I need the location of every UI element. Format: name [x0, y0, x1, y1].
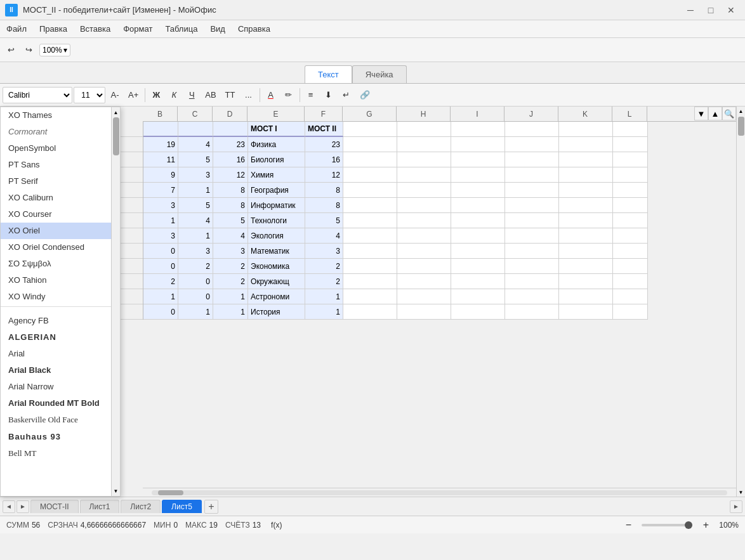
close-button[interactable]: ✕: [722, 3, 740, 17]
cell-g-9[interactable]: [343, 259, 397, 274]
cell-e-7[interactable]: Экология: [248, 228, 305, 244]
cell-e-header[interactable]: МОСТ I: [248, 122, 305, 137]
formula-icon[interactable]: f(x): [271, 521, 282, 530]
cell-h-2[interactable]: [397, 152, 451, 167]
cell-h-5[interactable]: [397, 198, 451, 213]
cell-f-8[interactable]: 3: [305, 244, 343, 259]
cell-c-header[interactable]: [178, 122, 213, 137]
valign-button[interactable]: ⬇: [320, 87, 337, 103]
cell-h-7[interactable]: [397, 228, 451, 244]
cell-e-8[interactable]: Математик: [248, 244, 305, 259]
cell-b-10[interactable]: 2: [143, 274, 178, 289]
cell-c-11[interactable]: 0: [178, 289, 213, 304]
scroll-down-icon[interactable]: ▼: [737, 488, 745, 497]
cell-f-12[interactable]: 1: [305, 304, 343, 320]
font-selector[interactable]: Calibri: [3, 87, 72, 103]
font-item-xo-thames[interactable]: XO Thames: [1, 107, 120, 124]
add-sheet-button[interactable]: +: [204, 500, 218, 514]
cell-f-11[interactable]: 1: [305, 289, 343, 304]
cell-b-9[interactable]: 0: [143, 259, 178, 274]
font-item-cormorant[interactable]: Cormorant: [1, 124, 120, 140]
font-item-arial-black[interactable]: Arial Black: [1, 362, 120, 379]
cell-c-12[interactable]: 1: [178, 304, 213, 320]
cell-j-header[interactable]: [505, 122, 559, 137]
cell-l-12[interactable]: [613, 304, 648, 320]
cell-d-5[interactable]: 8: [213, 198, 248, 213]
cell-k-9[interactable]: [559, 259, 613, 274]
cell-e-10[interactable]: Окружающ: [248, 274, 305, 289]
font-item-pt-sans[interactable]: PT Sans: [1, 157, 120, 173]
cell-f-10[interactable]: 2: [305, 274, 343, 289]
sheet-nav-prev[interactable]: ◄: [3, 500, 15, 513]
font-item-bauhaus[interactable]: Bauhaus 93: [1, 429, 120, 445]
cell-h-11[interactable]: [397, 289, 451, 304]
font-item-xo-oriel[interactable]: XO Oriel: [1, 223, 120, 239]
cell-k-12[interactable]: [559, 304, 613, 320]
highlight-color-button[interactable]: ✏: [280, 87, 297, 103]
cell-k-1[interactable]: [559, 137, 613, 152]
cell-i-1[interactable]: [451, 137, 505, 152]
cell-f-2[interactable]: 16: [305, 152, 343, 167]
extra-formatting-button[interactable]: ...: [241, 87, 257, 103]
cell-f-9[interactable]: 2: [305, 259, 343, 274]
redo-button[interactable]: ↪: [20, 42, 37, 58]
cell-k-8[interactable]: [559, 244, 613, 259]
cell-d-11[interactable]: 1: [213, 289, 248, 304]
sheet-tab-list1[interactable]: Лист1: [80, 500, 120, 513]
cell-j-7[interactable]: [505, 228, 559, 244]
cell-b-2[interactable]: 11: [143, 152, 178, 167]
cell-c-1[interactable]: 4: [178, 137, 213, 152]
cell-b-12[interactable]: 0: [143, 304, 178, 320]
cell-h-8[interactable]: [397, 244, 451, 259]
cell-l-6[interactable]: [613, 213, 648, 228]
zoom-slider[interactable]: [642, 524, 692, 526]
cell-g-10[interactable]: [343, 274, 397, 289]
cell-h-3[interactable]: [397, 167, 451, 183]
cell-h-1[interactable]: [397, 137, 451, 152]
undo-button[interactable]: ↩: [3, 42, 19, 58]
cell-g-4[interactable]: [343, 183, 397, 198]
cell-e-6[interactable]: Технологи: [248, 213, 305, 228]
cell-b-8[interactable]: 0: [143, 244, 178, 259]
cell-g-3[interactable]: [343, 167, 397, 183]
font-item-agency[interactable]: Agency FB: [1, 313, 120, 329]
cell-c-10[interactable]: 0: [178, 274, 213, 289]
scroll-up-btn[interactable]: ▲: [112, 108, 120, 116]
cell-k-3[interactable]: [559, 167, 613, 183]
cell-d-8[interactable]: 3: [213, 244, 248, 259]
menu-view[interactable]: Вид: [204, 22, 232, 36]
cell-h-6[interactable]: [397, 213, 451, 228]
italic-button[interactable]: К: [166, 87, 182, 103]
more-formatting-button[interactable]: АВ: [201, 87, 220, 103]
cell-c-3[interactable]: 3: [178, 167, 213, 183]
maximize-button[interactable]: □: [702, 3, 720, 17]
cell-g-6[interactable]: [343, 213, 397, 228]
cell-i-10[interactable]: [451, 274, 505, 289]
bold-button[interactable]: Ж: [148, 87, 164, 103]
cell-j-5[interactable]: [505, 198, 559, 213]
cell-l-2[interactable]: [613, 152, 648, 167]
cell-g-12[interactable]: [343, 304, 397, 320]
cell-d-header[interactable]: [213, 122, 248, 137]
cell-i-4[interactable]: [451, 183, 505, 198]
cell-j-2[interactable]: [505, 152, 559, 167]
cell-f-header[interactable]: МОСТ II: [305, 122, 343, 137]
cell-e-5[interactable]: Информатик: [248, 198, 305, 213]
scroll-down-btn[interactable]: ▼: [112, 487, 120, 495]
cell-b-3[interactable]: 9: [143, 167, 178, 183]
cell-b-7[interactable]: 3: [143, 228, 178, 244]
cell-i-header[interactable]: [451, 122, 505, 137]
underline-button[interactable]: Ч: [183, 87, 200, 103]
menu-edit[interactable]: Правка: [33, 22, 74, 36]
cell-k-6[interactable]: [559, 213, 613, 228]
cell-h-header[interactable]: [397, 122, 451, 137]
cell-i-12[interactable]: [451, 304, 505, 320]
cell-f-4[interactable]: 8: [305, 183, 343, 198]
sheet-tab-most-ii[interactable]: МОСТ-II: [30, 500, 79, 513]
cell-h-12[interactable]: [397, 304, 451, 320]
cell-i-3[interactable]: [451, 167, 505, 183]
cell-i-7[interactable]: [451, 228, 505, 244]
cell-k-2[interactable]: [559, 152, 613, 167]
cell-j-8[interactable]: [505, 244, 559, 259]
cell-g-7[interactable]: [343, 228, 397, 244]
